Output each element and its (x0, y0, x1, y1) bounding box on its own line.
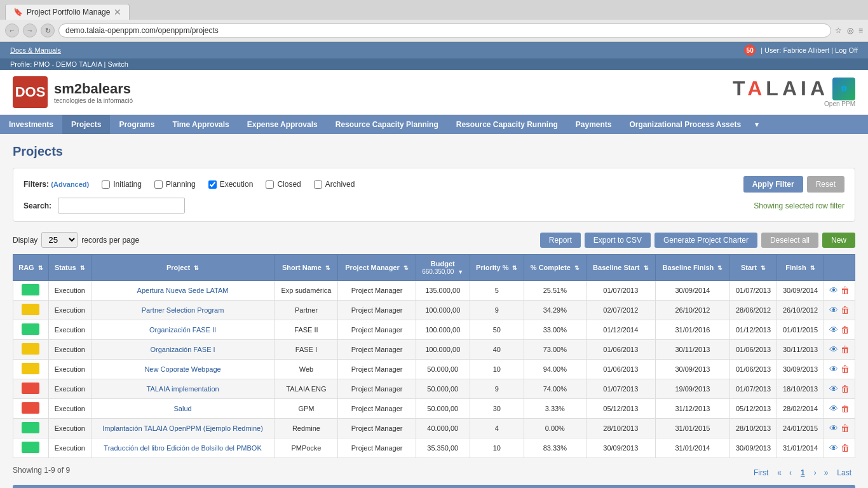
col-baseline-start[interactable]: Baseline Start ⇅ (586, 255, 655, 281)
execution-checkbox[interactable] (208, 180, 217, 189)
view-icon[interactable]: 👁 (829, 364, 838, 374)
delete-icon[interactable]: 🗑 (841, 364, 850, 374)
table-row[interactable]: Execution Organización FASE II FASE II P… (13, 320, 855, 340)
nav-programs[interactable]: Programs (110, 115, 163, 134)
report-button[interactable]: Report (540, 233, 581, 248)
project-cell[interactable]: New Coporate Webpage (91, 360, 275, 379)
export-csv-button[interactable]: Export to CSV (585, 233, 651, 248)
delete-icon[interactable]: 🗑 (841, 344, 850, 355)
archived-checkbox[interactable] (314, 180, 322, 189)
extension-icon[interactable]: ◎ (847, 26, 853, 35)
nav-resource-capacity-running[interactable]: Resource Capacity Running (447, 115, 567, 134)
search-row: Search: Showing selected row filter (24, 198, 844, 214)
pagination: First « ‹ 1 › » Last (750, 467, 855, 478)
nav-resource-capacity-planning[interactable]: Resource Capacity Planning (327, 115, 447, 134)
col-manager[interactable]: Project Manager ⇅ (338, 255, 416, 281)
view-icon[interactable]: 👁 (829, 423, 838, 433)
table-row[interactable]: Execution New Coporate Webpage Web Proje… (13, 360, 855, 379)
nav-more-icon[interactable]: ▾ (750, 115, 764, 134)
view-icon[interactable]: 👁 (829, 344, 838, 355)
back-button[interactable]: ← (5, 24, 19, 37)
planning-checkbox[interactable] (154, 180, 163, 189)
table-row[interactable]: Execution Organización FASE I FASE I Pro… (13, 340, 855, 360)
table-row[interactable]: Execution Salud GPM Project Manager 50.0… (13, 399, 855, 419)
prev-prev-page-button[interactable]: « (775, 467, 784, 478)
initiating-checkbox[interactable] (102, 180, 110, 189)
delete-icon[interactable]: 🗑 (841, 325, 850, 335)
search-input[interactable] (58, 198, 185, 214)
closed-checkbox[interactable] (266, 180, 274, 189)
delete-icon[interactable]: 🗑 (841, 443, 850, 453)
delete-icon[interactable]: 🗑 (841, 285, 850, 295)
deselect-all-button[interactable]: Deselect all (761, 233, 818, 248)
view-icon[interactable]: 👁 (829, 443, 838, 453)
nav-payments[interactable]: Payments (567, 115, 621, 134)
apply-filter-button[interactable]: Apply Filter (743, 176, 803, 193)
table-row[interactable]: Execution Implantación TALAIA OpenPPM (E… (13, 419, 855, 438)
view-icon[interactable]: 👁 (829, 305, 838, 315)
page-1-link[interactable]: 1 (797, 467, 809, 478)
table-row[interactable]: Execution Partner Selection Program Part… (13, 301, 855, 320)
new-button[interactable]: New (822, 233, 855, 248)
generate-charter-button[interactable]: Generate Project Charter (654, 233, 757, 248)
nav-investments[interactable]: Investments (0, 115, 62, 134)
col-short-name[interactable]: Short Name ⇅ (275, 255, 338, 281)
next-page-button[interactable]: › (811, 467, 819, 478)
records-per-page-select[interactable]: 25 50 100 (41, 232, 78, 248)
prev-page-button[interactable]: ‹ (787, 467, 794, 478)
view-icon[interactable]: 👁 (829, 403, 838, 414)
nav-time-approvals[interactable]: Time Approvals (163, 115, 238, 134)
url-bar[interactable] (58, 24, 831, 37)
notification-badge[interactable]: 50 (744, 44, 756, 56)
filter-archived[interactable]: Archived (314, 180, 355, 189)
filter-initiating[interactable]: Initiating (102, 180, 142, 189)
docs-link[interactable]: Docs & Manuals (10, 46, 61, 54)
delete-icon[interactable]: 🗑 (841, 384, 850, 394)
view-icon[interactable]: 👁 (829, 285, 838, 295)
delete-icon[interactable]: 🗑 (841, 423, 850, 433)
col-rag[interactable]: RAG ⇅ (13, 255, 49, 281)
project-cell[interactable]: Organización FASE I (91, 340, 275, 360)
next-next-page-button[interactable]: » (822, 467, 831, 478)
filter-planning[interactable]: Planning (154, 180, 196, 189)
project-cell[interactable]: Implantación TALAIA OpenPPM (Ejemplo Red… (91, 419, 275, 438)
table-row[interactable]: Execution Apertura Nueva Sede LATAM Exp … (13, 281, 855, 301)
col-budget[interactable]: Budget660.350,00 ▼ (416, 255, 470, 281)
project-cell[interactable]: TALAIA implementation (91, 379, 275, 399)
col-project[interactable]: Project ⇅ (91, 255, 275, 281)
project-cell[interactable]: Partner Selection Program (91, 301, 275, 320)
project-cell[interactable]: Traducción del libro Edición de Bolsillo… (91, 438, 275, 458)
first-page-link[interactable]: First (750, 467, 772, 478)
table-row[interactable]: Execution TALAIA implementation TALAIA E… (13, 379, 855, 399)
project-cell[interactable]: Salud (91, 399, 275, 419)
tab-favicon: 🔖 (13, 8, 23, 17)
filter-execution[interactable]: Execution (208, 180, 254, 189)
nav-organizational[interactable]: Organizational Process Assets (621, 115, 750, 134)
project-cell[interactable]: Organización FASE II (91, 320, 275, 340)
menu-icon[interactable]: ≡ (858, 26, 863, 35)
col-finish[interactable]: Finish ⇅ (777, 255, 824, 281)
browser-tab[interactable]: 🔖 Project Portfolio Manage ✕ (5, 4, 130, 20)
view-icon[interactable]: 👁 (829, 325, 838, 335)
tab-close-button[interactable]: ✕ (114, 7, 121, 17)
col-status[interactable]: Status ⇅ (48, 255, 91, 281)
nav-projects[interactable]: Projects (62, 115, 110, 134)
project-cell[interactable]: Apertura Nueva Sede LATAM (91, 281, 275, 301)
col-complete[interactable]: % Complete ⇅ (524, 255, 586, 281)
reset-button[interactable]: Reset (807, 176, 844, 193)
bookmark-icon[interactable]: ☆ (835, 26, 842, 35)
profile-label[interactable]: Profile: PMO - DEMO TALAIA | Switch (10, 60, 128, 68)
table-row[interactable]: Execution Traducción del libro Edición d… (13, 438, 855, 458)
col-priority[interactable]: Priority % ⇅ (470, 255, 524, 281)
nav-expense-approvals[interactable]: Expense Approvals (238, 115, 327, 134)
delete-icon[interactable]: 🗑 (841, 403, 850, 414)
delete-icon[interactable]: 🗑 (841, 305, 850, 315)
forward-button[interactable]: → (23, 24, 37, 37)
filter-closed[interactable]: Closed (266, 180, 301, 189)
view-icon[interactable]: 👁 (829, 384, 838, 394)
advanced-filter-link[interactable]: (Advanced) (51, 180, 89, 188)
col-baseline-finish[interactable]: Baseline Finish ⇅ (655, 255, 729, 281)
refresh-button[interactable]: ↻ (41, 24, 55, 37)
last-page-link[interactable]: Last (833, 467, 855, 478)
col-start[interactable]: Start ⇅ (730, 255, 777, 281)
